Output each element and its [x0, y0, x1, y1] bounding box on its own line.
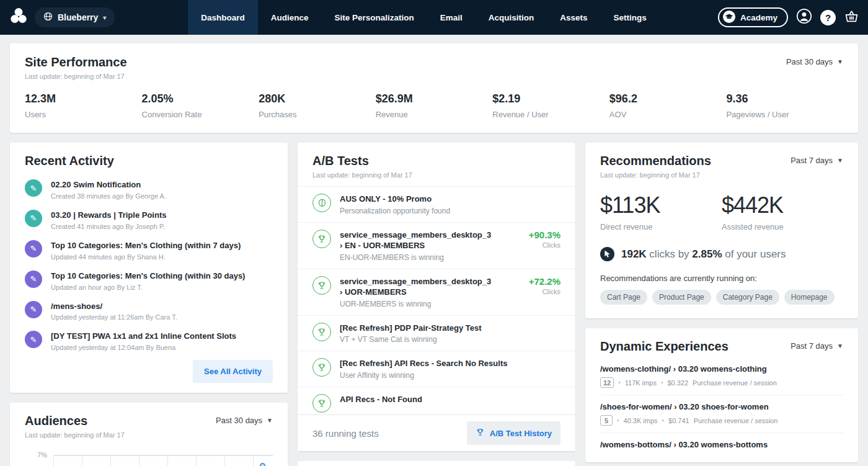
history-button-label: A/B Test History [490, 429, 552, 438]
direct-revenue-stat: $113K Direct revenue [600, 192, 722, 231]
dynamic-yield-logo-icon[interactable] [9, 6, 29, 29]
revenue-label: Purchase revenue / session [693, 379, 777, 387]
metric-value: $26.9M [376, 92, 493, 105]
academy-button[interactable]: Academy [718, 7, 788, 27]
assisted-revenue-stat: $442K Assisted revenue [722, 192, 843, 231]
see-all-activity-button[interactable]: See All Activity [193, 360, 273, 383]
ab-test-item[interactable]: [Rec Refresh] API Recs - Search No Resul… [298, 351, 575, 387]
tab-email[interactable]: Email [427, 0, 476, 35]
cursor-click-icon [600, 247, 614, 261]
variations-badge: 12 [600, 377, 614, 388]
recent-activity-title: Recent Activity [25, 154, 273, 168]
tab-dashboard[interactable]: Dashboard [188, 0, 258, 35]
running-on-label: Recommendations are currently running on… [600, 274, 843, 283]
running-on-pages: Cart Page Product Page Category Page Hom… [600, 290, 843, 305]
ab-tests-title: A/B Tests [312, 154, 560, 168]
navbar-right: Academy ? [718, 7, 859, 27]
clicks-text: of your users [722, 248, 786, 260]
page-pill[interactable]: Product Page [652, 290, 711, 305]
experience-item[interactable]: /womens-bottoms/ › 03.20 womens-bottoms [600, 433, 843, 456]
chart-data-point[interactable] [260, 463, 265, 466]
activity-list: ✎ 02.20 Swim Notification Created 38 min… [25, 174, 273, 356]
ab-test-subtitle: Personalization opportunity found [340, 207, 450, 215]
chevron-down-icon: ▼ [837, 58, 843, 65]
page-pill[interactable]: Category Page [716, 290, 779, 305]
edit-pencil-icon: ✎ [25, 301, 42, 318]
ab-test-item[interactable]: service_message_members_desktop_3 › EN -… [298, 222, 575, 269]
metric-value: 280K [259, 92, 376, 105]
ab-test-history-button[interactable]: A/B Test History [467, 421, 560, 445]
ab-test-item[interactable]: [Rec Refresh] PDP Pair-Strategy Test VT … [298, 315, 575, 351]
clicks-percent: 2.85% [692, 248, 722, 260]
chevron-down-icon: ▼ [267, 417, 273, 424]
page-pill[interactable]: Homepage [784, 290, 835, 305]
site-performance-range-dropdown[interactable]: Past 30 days ▼ [786, 57, 843, 66]
activity-item[interactable]: ✎ Top 10 Categories: Men's Clothing (wit… [25, 235, 273, 266]
experience-item[interactable]: /womens-clothing/ › 03.20 womens-clothin… [600, 357, 843, 395]
basket-icon[interactable] [844, 9, 859, 27]
metric-value: 9.36 [726, 92, 843, 105]
audiences-card: Audiences Last update: beginning of Mar … [10, 403, 288, 466]
edit-pencil-icon: ✎ [25, 331, 42, 348]
recent-activity-card: Recent Activity ✎ 02.20 Swim Notificatio… [10, 143, 288, 393]
tab-site-personalization[interactable]: Site Personalization [321, 0, 427, 35]
graduation-cap-icon [723, 11, 735, 25]
main-navigation: Dashboard Audience Site Personalization … [130, 0, 718, 35]
recommendations-card: Recommendations Last update: beginning o… [585, 143, 858, 318]
activity-item[interactable]: ✎ Top 10 Categories: Men's Clothing (wit… [25, 266, 273, 296]
tab-settings[interactable]: Settings [601, 0, 660, 35]
assisted-revenue-value: $442K [722, 192, 843, 218]
metric-revenue-per-user: $2.19 Revenue / User [492, 92, 609, 119]
ab-test-subtitle: User Affinity is winning [340, 371, 507, 380]
navbar-left: Blueberry ▾ [9, 6, 130, 29]
brain-icon [312, 194, 331, 212]
activity-meta: Updated 44 minutes ago By Shana H. [51, 253, 241, 261]
academy-label: Academy [740, 13, 777, 22]
experience-item[interactable]: /shoes-for-women/ › 03.20 shoes-for-wome… [600, 395, 843, 433]
metric-value: $96.2 [609, 92, 727, 105]
tab-audience[interactable]: Audience [258, 0, 322, 35]
last-update-text: Last update: beginning of Mar 17 [25, 431, 125, 439]
metric-value: $2.19 [492, 92, 609, 105]
dynamic-experiences-range-dropdown[interactable]: Past 7 days ▼ [790, 341, 843, 351]
dashboard-content: Site Performance Last update: beginning … [0, 35, 868, 466]
metric-label: Revenue [376, 110, 493, 119]
ab-test-item[interactable]: AUS ONLY - 10% Promo Personalization opp… [298, 186, 575, 222]
recommendations-range-dropdown[interactable]: Past 7 days ▼ [790, 156, 843, 165]
activity-item[interactable]: ✎ 03.20 | Rewards | Triple Points Create… [25, 205, 273, 235]
ab-test-item[interactable]: API Recs - Not Found [298, 387, 575, 414]
edit-pencil-icon: ✎ [25, 240, 42, 258]
ab-test-subtitle: VT + VT Same Cat is winning [340, 335, 482, 344]
metric-users: 12.3M Users [25, 92, 142, 119]
ab-test-subtitle: EN-UOR-MEMBERS is winning [340, 253, 495, 262]
account-switcher[interactable]: Blueberry ▾ [35, 7, 115, 27]
tab-acquisition[interactable]: Acquisition [476, 0, 547, 35]
metric-label: Users [25, 110, 142, 119]
assisted-revenue-label: Assisted revenue [722, 222, 843, 231]
tab-assets[interactable]: Assets [547, 0, 600, 35]
ab-test-item[interactable]: service_message_members_desktop_3 › UOR-… [298, 269, 575, 315]
user-profile-icon[interactable] [796, 8, 812, 27]
activity-title: Top 10 Categories: Men's Clothing (withi… [51, 240, 241, 251]
edit-pencil-icon: ✎ [25, 210, 42, 227]
impressions: 40.3K imps [624, 417, 658, 424]
account-name: Blueberry [58, 12, 98, 22]
trophy-icon [312, 230, 331, 248]
edit-pencil-icon: ✎ [25, 271, 42, 288]
clicks-stat: 192K clicks by 2.85% of your users [600, 247, 843, 261]
help-icon[interactable]: ? [820, 10, 836, 25]
page-pill[interactable]: Cart Page [600, 290, 647, 305]
ab-test-subtitle: UOR-MEMBERS is winning [340, 300, 495, 308]
site-performance-card: Site Performance Last update: beginning … [10, 43, 858, 133]
bullet: • [618, 379, 621, 386]
chevron-down-icon: ▼ [837, 343, 843, 349]
metric-revenue: $26.9M Revenue [376, 92, 493, 119]
activity-meta: Created 41 minutes ago By Joseph P. [51, 223, 166, 230]
experience-title: /womens-bottoms/ › 03.20 womens-bottoms [600, 440, 843, 449]
activity-meta: Updated yesterday at 11:26am By Cara T. [51, 313, 177, 321]
activity-item[interactable]: ✎ /mens-shoes/ Updated yesterday at 11:2… [25, 296, 273, 326]
revenue-value: $0.322 [667, 379, 688, 387]
audiences-range-dropdown[interactable]: Past 30 days ▼ [216, 416, 273, 425]
activity-item[interactable]: ✎ [DY TEST] PWA 1x1 and 2x1 Inline Conte… [25, 326, 273, 356]
activity-item[interactable]: ✎ 02.20 Swim Notification Created 38 min… [25, 174, 273, 205]
